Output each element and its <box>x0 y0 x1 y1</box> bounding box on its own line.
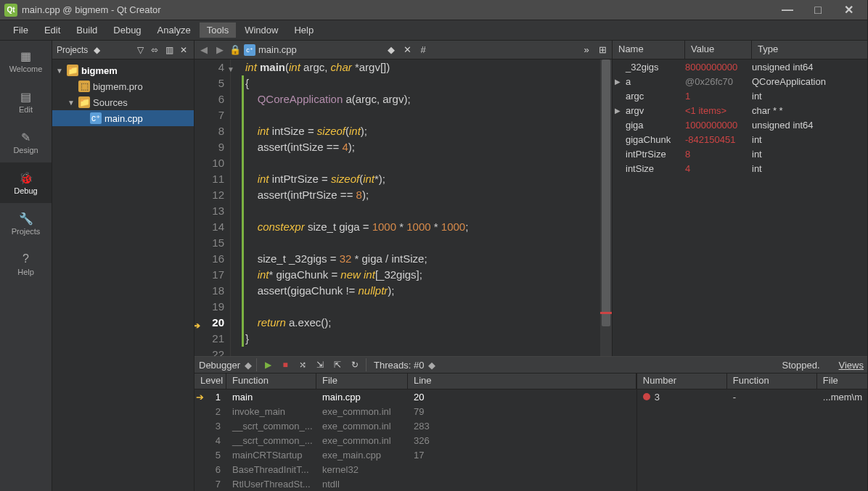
stack-hdr-file[interactable]: File <box>316 374 408 389</box>
line-number[interactable]: 21 <box>195 331 224 347</box>
tree-item-pro[interactable]: ⬚ bigmem.pro <box>52 78 194 94</box>
mode-help[interactable]: ? Help <box>0 244 52 284</box>
line-number[interactable]: 19 <box>195 299 224 315</box>
split-icon[interactable]: ▥ <box>163 44 175 56</box>
code-line[interactable] <box>242 203 600 219</box>
step-over-icon[interactable]: ⤭ <box>296 358 309 371</box>
line-number[interactable]: 8 <box>195 123 224 139</box>
bp-hdr-function[interactable]: Function <box>727 374 817 389</box>
editor-filename[interactable]: main.cpp <box>258 44 382 55</box>
line-number[interactable]: 22 <box>195 347 224 356</box>
stack-row[interactable]: 7RtlUserThreadSt...ntdll <box>195 476 636 491</box>
locals-row[interactable]: _32gigs8000000000unsigned int64 <box>613 59 868 74</box>
close-tab-icon[interactable]: ✕ <box>401 44 414 55</box>
locals-row[interactable]: giga1000000000unsigned int64 <box>613 117 868 132</box>
scrollbar-thumb[interactable] <box>602 59 610 326</box>
line-number[interactable]: 14 <box>195 219 224 235</box>
line-number[interactable]: 12 <box>195 187 224 203</box>
code-line[interactable]: assert(intSize == 4); <box>242 139 600 155</box>
mode-welcome[interactable]: ▦ Welcome <box>0 41 52 81</box>
threads-selector[interactable]: Threads: #0 <box>374 360 424 371</box>
line-number[interactable]: 4▼ <box>195 59 224 75</box>
line-number[interactable]: 5 <box>195 75 224 91</box>
menu-help[interactable]: Help <box>287 22 321 38</box>
split-editor-icon[interactable]: ⊞ <box>596 44 609 55</box>
code-area[interactable]: 4▼567891011121314151617181920➔2122 int m… <box>195 59 612 356</box>
close-button[interactable]: ✕ <box>833 2 864 18</box>
code-line[interactable]: return a.exec(); <box>242 315 600 331</box>
menu-build[interactable]: Build <box>69 22 105 38</box>
line-number[interactable]: 7 <box>195 107 224 123</box>
stack-hdr-line[interactable]: Line <box>408 374 636 389</box>
line-number[interactable]: 15 <box>195 235 224 251</box>
close-panel-icon[interactable]: ✕ <box>178 44 189 56</box>
lock-icon[interactable]: 🔒 <box>229 44 241 55</box>
locals-col-value[interactable]: Value <box>685 41 752 59</box>
filter-icon[interactable]: ▽ <box>134 44 146 56</box>
code-line[interactable]: QCoreApplication a(argc, argv); <box>242 91 600 107</box>
mode-design[interactable]: ✎ Design <box>0 122 52 162</box>
expander-icon[interactable]: ▶ <box>613 78 623 86</box>
views-link[interactable]: Views <box>839 360 864 371</box>
continue-icon[interactable]: ▶ <box>261 358 274 371</box>
expander-icon[interactable]: ▶ <box>613 107 623 115</box>
link-icon[interactable]: ⬄ <box>149 44 160 56</box>
hash-symbol[interactable]: # <box>417 44 430 55</box>
more-icon[interactable]: » <box>580 44 593 55</box>
line-number[interactable]: 18 <box>195 283 224 299</box>
code-line[interactable]: size_t _32gigs = 32 * giga / intSize; <box>242 251 600 267</box>
code-line[interactable] <box>242 107 600 123</box>
line-number[interactable]: 16 <box>195 251 224 267</box>
nav-back-icon[interactable]: ◀ <box>197 44 210 55</box>
restart-icon[interactable]: ↻ <box>348 358 361 371</box>
maximize-button[interactable]: □ <box>803 2 833 18</box>
stop-icon[interactable]: ■ <box>279 358 292 371</box>
line-number[interactable]: 17 <box>195 267 224 283</box>
locals-row[interactable]: ▶argv<1 items>char * * <box>613 103 868 117</box>
line-number[interactable]: 20➔ <box>195 315 224 331</box>
code-text[interactable]: int main(int argc, char *argv[]){ QCoreA… <box>231 59 600 356</box>
line-number[interactable]: 13 <box>195 203 224 219</box>
code-line[interactable]: int intSize = sizeof(int); <box>242 123 600 139</box>
dropdown-icon[interactable]: ◆ <box>245 360 252 371</box>
stack-row[interactable]: 6BaseThreadInitT...kernel32 <box>195 462 636 476</box>
step-into-icon[interactable]: ⇲ <box>314 358 327 371</box>
project-selector[interactable]: Projects <box>57 45 88 55</box>
code-line[interactable]: int intPtrSize = sizeof(int*); <box>242 171 600 187</box>
stack-hdr-function[interactable]: Function <box>226 374 316 389</box>
code-line[interactable]: assert(gigaChunk != nullptr); <box>242 283 600 299</box>
expander-icon[interactable]: ▼ <box>67 99 75 107</box>
minimize-button[interactable]: — <box>772 2 803 18</box>
locals-row[interactable]: gigaChunk-842150451int <box>613 132 868 147</box>
breakpoint-row[interactable]: 3-...mem\m <box>637 389 868 404</box>
dropdown-icon[interactable]: ◆ <box>385 44 398 55</box>
code-line[interactable] <box>242 235 600 251</box>
editor-scrollbar[interactable] <box>600 59 612 356</box>
code-line[interactable]: } <box>242 331 600 347</box>
menu-debug[interactable]: Debug <box>106 22 148 38</box>
stack-row[interactable]: 5mainCRTStartupexe_main.cpp17 <box>195 447 636 462</box>
expander-icon[interactable]: ▼ <box>55 67 64 75</box>
tree-item-sources[interactable]: ▼ 📁 Sources <box>52 94 194 110</box>
dropdown-icon[interactable]: ◆ <box>91 44 102 56</box>
code-line[interactable]: assert(intPtrSize == 8); <box>242 187 600 203</box>
line-number[interactable]: 9 <box>195 139 224 155</box>
code-line[interactable]: int* gigaChunk = new int[_32gigs]; <box>242 267 600 283</box>
code-line[interactable] <box>242 155 600 171</box>
locals-col-name[interactable]: Name <box>613 41 685 59</box>
menu-edit[interactable]: Edit <box>37 22 67 38</box>
menu-analyze[interactable]: Analyze <box>150 22 198 38</box>
line-gutter[interactable]: 4▼567891011121314151617181920➔2122 <box>195 59 231 356</box>
code-line[interactable]: { <box>242 75 600 91</box>
code-line[interactable]: int main(int argc, char *argv[]) <box>242 59 600 75</box>
stack-row[interactable]: 2invoke_mainexe_common.inl79 <box>195 404 636 418</box>
line-number[interactable]: 6 <box>195 91 224 107</box>
tree-item-main-cpp[interactable]: c⁺ main.cpp <box>52 110 194 126</box>
line-number[interactable]: 11 <box>195 171 224 187</box>
locals-row[interactable]: intPtrSize8int <box>613 147 868 161</box>
locals-col-type[interactable]: Type <box>752 41 868 59</box>
bp-hdr-file[interactable]: File <box>817 374 868 389</box>
locals-row[interactable]: argc1int <box>613 88 868 103</box>
step-out-icon[interactable]: ⇱ <box>331 358 344 371</box>
menu-file[interactable]: File <box>6 22 36 38</box>
